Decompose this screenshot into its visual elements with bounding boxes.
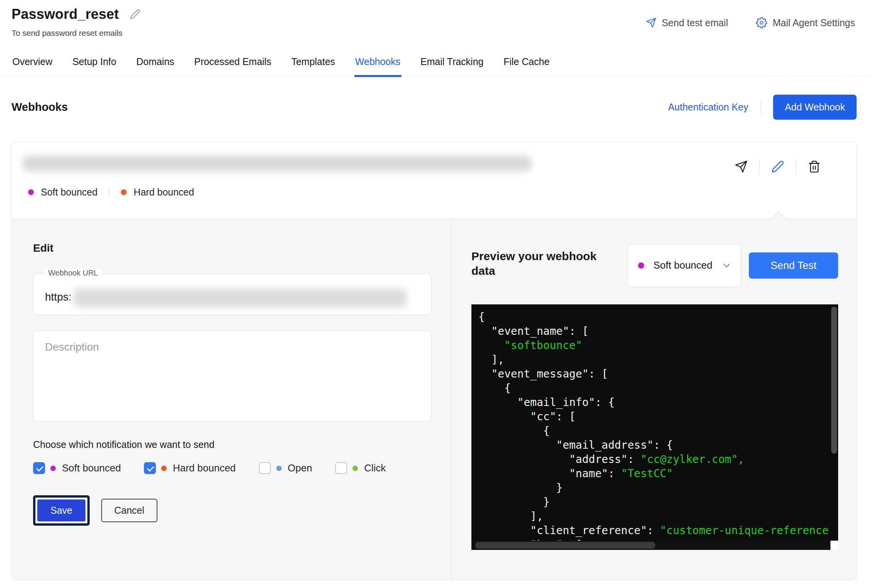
- webhook-card: Soft bounced Hard bounced Edit Webhook U…: [12, 142, 857, 580]
- paper-plane-icon: [646, 17, 657, 28]
- webhook-code-block: { "event_name": [ "softbounce" ], "event…: [471, 304, 838, 550]
- webhook-card-actions: [735, 159, 821, 174]
- webhook-url-value-redacted: [74, 289, 407, 307]
- vertical-scrollbar[interactable]: [831, 307, 837, 454]
- agent-title-block: Password_reset To send password reset em…: [12, 6, 140, 38]
- event-badge-soft-bounced: Soft bounced: [28, 187, 97, 198]
- page-subtitle: To send password reset emails: [12, 28, 140, 38]
- send-test-email-button[interactable]: Send test email: [646, 17, 728, 28]
- event-badge-hard-bounced: Hard bounced: [121, 187, 194, 198]
- webhook-event-badges: Soft bounced Hard bounced: [28, 187, 194, 198]
- send-test-button[interactable]: Send Test: [749, 252, 838, 279]
- option-label: Soft bounced: [62, 462, 121, 474]
- send-test-webhook-button[interactable]: [735, 160, 748, 173]
- soft-bounced-dot: [50, 466, 56, 471]
- add-webhook-button[interactable]: Add Webhook: [773, 95, 857, 120]
- hard-bounced-dot: [161, 466, 167, 471]
- delete-webhook-button[interactable]: [808, 160, 821, 173]
- preview-title: Preview your webhook data: [471, 249, 614, 278]
- click-dot: [352, 466, 358, 471]
- event-type-dropdown[interactable]: Soft bounced: [628, 244, 741, 287]
- paper-plane-icon: [735, 160, 748, 173]
- soft-bounced-checkbox[interactable]: [33, 462, 45, 474]
- webhook-card-expanded: Edit Webhook URL https: Choose which not…: [12, 219, 856, 579]
- tab-file-cache[interactable]: File Cache: [503, 52, 550, 77]
- page-title: Password_reset: [12, 6, 119, 22]
- option-label: Open: [288, 462, 312, 474]
- cancel-button[interactable]: Cancel: [101, 499, 157, 522]
- soft-bounced-dot: [28, 189, 34, 195]
- edit-title-button[interactable]: [130, 9, 140, 20]
- description-input[interactable]: [33, 331, 431, 422]
- horizontal-scrollbar[interactable]: [475, 542, 655, 549]
- webhook-url-prefix: https:: [45, 291, 71, 303]
- page-header: Password_reset To send password reset em…: [0, 0, 872, 38]
- event-badge-label: Hard bounced: [134, 187, 194, 198]
- option-label: Click: [364, 462, 386, 474]
- scrollbar-corner: [830, 541, 838, 550]
- section-title: Webhooks: [12, 101, 68, 114]
- header-actions: Send test email Mail Agent Settings: [646, 17, 855, 28]
- hard-bounced-checkbox[interactable]: [144, 462, 156, 474]
- tab-bar: Overview Setup Info Domains Processed Em…: [0, 52, 872, 77]
- webhook-card-summary: Soft bounced Hard bounced: [12, 142, 856, 219]
- option-open[interactable]: Open: [259, 462, 312, 474]
- chevron-down-icon: [721, 260, 732, 271]
- tab-processed-emails[interactable]: Processed Emails: [194, 52, 272, 77]
- tab-email-tracking[interactable]: Email Tracking: [420, 52, 484, 77]
- open-dot: [276, 466, 282, 471]
- notification-choose-label: Choose which notification we want to sen…: [33, 439, 214, 450]
- webhook-url-redacted: [23, 156, 531, 171]
- send-test-email-label: Send test email: [662, 17, 728, 28]
- authentication-key-link[interactable]: Authentication Key: [668, 102, 748, 113]
- tab-setup-info[interactable]: Setup Info: [72, 52, 117, 77]
- divider: [760, 101, 761, 114]
- trash-icon: [808, 160, 821, 173]
- tab-templates[interactable]: Templates: [291, 52, 336, 77]
- open-checkbox[interactable]: [259, 462, 271, 474]
- divider: [109, 188, 109, 197]
- pencil-icon: [771, 160, 784, 173]
- event-badge-label: Soft bounced: [41, 187, 97, 198]
- horizontal-scrollbar-track: [471, 541, 830, 550]
- save-button-focus-ring: Save: [33, 495, 90, 526]
- pencil-icon: [130, 9, 140, 20]
- option-click[interactable]: Click: [335, 462, 386, 474]
- tab-webhooks[interactable]: Webhooks: [354, 52, 401, 77]
- webhook-url-label: Webhook URL: [44, 269, 102, 277]
- form-buttons: Save Cancel: [33, 495, 157, 526]
- webhook-url-field[interactable]: Webhook URL https:: [33, 274, 431, 315]
- divider: [796, 159, 796, 174]
- gear-icon: [756, 17, 767, 28]
- selected-event-dot: [638, 262, 644, 269]
- option-hard-bounced[interactable]: Hard bounced: [144, 462, 236, 474]
- edit-webhook-button[interactable]: [771, 160, 784, 173]
- selected-event-label: Soft bounced: [653, 258, 721, 273]
- click-checkbox[interactable]: [335, 462, 347, 474]
- mail-agent-settings-label: Mail Agent Settings: [773, 17, 855, 28]
- webhook-code-content: { "event_name": [ "softbounce" ], "event…: [471, 304, 830, 541]
- tab-domains[interactable]: Domains: [135, 52, 175, 77]
- preview-panel: Preview your webhook data Soft bounced S…: [451, 219, 856, 579]
- tab-overview[interactable]: Overview: [12, 52, 53, 77]
- hard-bounced-dot: [121, 189, 127, 195]
- option-label: Hard bounced: [173, 462, 236, 474]
- divider: [759, 159, 760, 174]
- notification-options: Soft bounced Hard bounced Open: [33, 462, 386, 474]
- save-button[interactable]: Save: [37, 499, 85, 521]
- edit-panel-title: Edit: [33, 242, 53, 254]
- option-soft-bounced[interactable]: Soft bounced: [33, 462, 121, 474]
- webhooks-section-header: Webhooks Authentication Key Add Webhook: [0, 95, 872, 120]
- webhooks-page: Password_reset To send password reset em…: [0, 0, 872, 588]
- edit-panel: Edit Webhook URL https: Choose which not…: [12, 219, 451, 579]
- mail-agent-settings-button[interactable]: Mail Agent Settings: [756, 17, 855, 28]
